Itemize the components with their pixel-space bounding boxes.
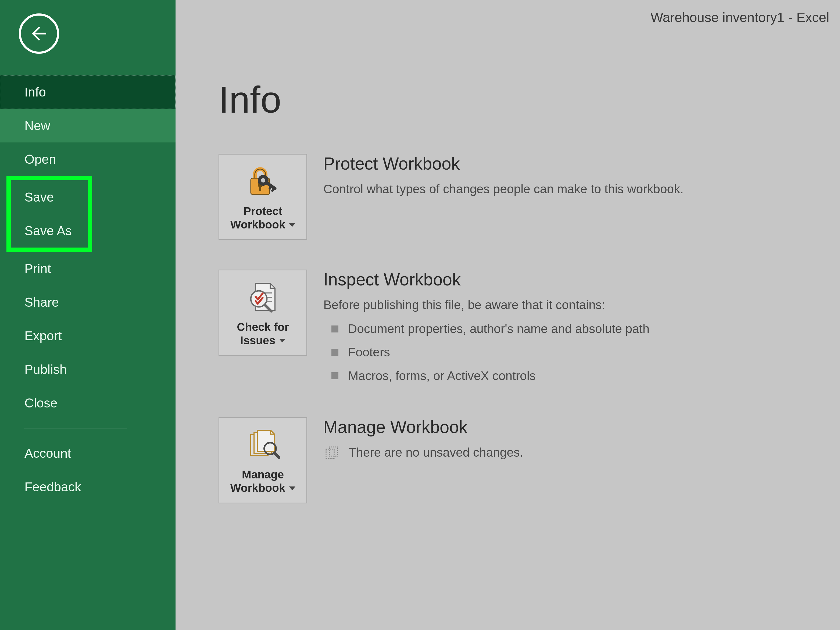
protect-button-label-line2: Workbook — [231, 218, 286, 231]
lock-key-icon — [245, 165, 280, 197]
inspect-item-text: Macros, forms, or ActiveX controls — [348, 366, 536, 385]
chevron-down-icon — [289, 486, 295, 490]
protect-workbook-desc: Control what types of changes people can… — [324, 180, 840, 199]
inspect-item: Macros, forms, or ActiveX controls — [324, 364, 840, 388]
manage-button-label-line1: Manage — [242, 468, 284, 482]
svg-rect-16 — [329, 447, 337, 456]
chevron-down-icon — [289, 223, 295, 227]
check-for-issues-button[interactable]: Check for Issues — [218, 270, 307, 356]
sidebar-item-close[interactable]: Close — [0, 386, 175, 420]
manage-workbook-button[interactable]: Manage Workbook — [218, 417, 307, 504]
sidebar-item-save-as[interactable]: Save As — [11, 214, 88, 248]
section-manage-workbook: Manage Workbook Manage Workbook There ar… — [218, 417, 840, 504]
sidebar-item-info[interactable]: Info — [0, 75, 175, 109]
svg-rect-2 — [259, 186, 261, 191]
manage-workbook-heading: Manage Workbook — [324, 417, 840, 437]
sidebar-item-account[interactable]: Account — [0, 436, 175, 470]
inspect-button-label-line2: Issues — [240, 334, 276, 347]
manage-button-label-line2: Workbook — [231, 482, 286, 495]
protect-button-label-line1: Protect — [243, 205, 283, 218]
page-title: Info — [218, 78, 840, 122]
arrow-left-icon — [28, 23, 50, 44]
versions-icon — [324, 445, 339, 460]
inspect-item-text: Document properties, author's name and a… — [348, 319, 649, 338]
inspect-workbook-heading: Inspect Workbook — [324, 270, 840, 289]
protect-workbook-button[interactable]: Protect Workbook — [218, 154, 307, 240]
manage-workbook-desc: There are no unsaved changes. — [349, 443, 523, 462]
inspect-document-icon — [245, 281, 280, 313]
inspect-item: Document properties, author's name and a… — [324, 317, 840, 341]
protect-workbook-heading: Protect Workbook — [324, 154, 840, 174]
sidebar-item-new[interactable]: New — [0, 109, 175, 142]
sidebar-item-save[interactable]: Save — [11, 180, 88, 214]
section-protect-workbook: Protect Workbook Protect Workbook Contro… — [218, 154, 840, 240]
sidebar-divider — [24, 428, 127, 428]
backstage-main: Warehouse inventory1 - Excel Info — [175, 0, 840, 630]
sidebar-item-export[interactable]: Export — [0, 319, 175, 353]
svg-line-14 — [275, 453, 279, 458]
square-bullet-icon — [332, 349, 338, 356]
sidebar-item-open[interactable]: Open — [0, 142, 175, 176]
sidebar-item-share[interactable]: Share — [0, 286, 175, 319]
sidebar-item-feedback[interactable]: Feedback — [0, 470, 175, 504]
square-bullet-icon — [332, 325, 338, 333]
backstage-sidebar: Info New Open Save Save As Print Share E… — [0, 0, 175, 630]
back-button[interactable] — [19, 13, 59, 54]
manage-documents-icon — [245, 428, 280, 460]
inspect-button-label-line1: Check for — [237, 321, 289, 334]
inspect-workbook-desc: Before publishing this file, be aware th… — [324, 295, 840, 314]
svg-rect-15 — [326, 449, 334, 458]
tutorial-highlight: Save Save As — [6, 176, 92, 252]
section-inspect-workbook: Check for Issues Inspect Workbook Before… — [218, 270, 840, 388]
inspect-item-text: Footers — [348, 343, 390, 362]
sidebar-item-print[interactable]: Print — [0, 252, 175, 286]
chevron-down-icon — [279, 339, 286, 343]
sidebar-item-publish[interactable]: Publish — [0, 353, 175, 386]
window-title: Warehouse inventory1 - Excel — [651, 9, 829, 25]
inspect-item: Footers — [324, 341, 840, 364]
square-bullet-icon — [332, 372, 338, 379]
